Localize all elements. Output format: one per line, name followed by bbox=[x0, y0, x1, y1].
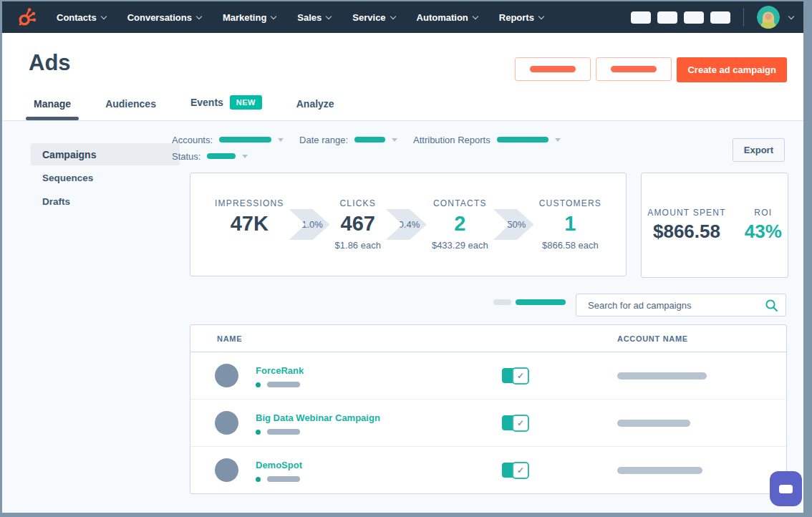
redacted-label-bar bbox=[611, 66, 657, 72]
campaign-name-link[interactable]: Big Data Webinar Campaign bbox=[256, 412, 380, 423]
table-row: Big Data Webinar Campaign bbox=[190, 400, 786, 447]
page-header: Ads Create ad campaign Manage Audiences … bbox=[2, 33, 803, 121]
account-name-redacted bbox=[617, 467, 702, 474]
chat-bubble-icon bbox=[779, 485, 793, 493]
metric-roi: ROI 43% bbox=[745, 208, 782, 243]
table-row: DemoSpot bbox=[190, 447, 786, 493]
page-tabs: Manage Audiences Events NEW Analyze bbox=[34, 95, 334, 120]
page-title: Ads bbox=[29, 50, 71, 76]
legend-pill-gray bbox=[493, 299, 511, 305]
metric-customers: CUSTOMERS 1 $866.58 each bbox=[539, 198, 601, 250]
funnel-arrow-icon: 50% bbox=[493, 209, 534, 240]
campaign-status-toggle[interactable] bbox=[502, 415, 529, 432]
table-header-row: NAME ACCOUNT NAME bbox=[190, 325, 786, 352]
nav-icon-placeholder[interactable] bbox=[710, 11, 730, 24]
search-input[interactable] bbox=[586, 299, 765, 311]
spend-roi-card: AMOUNT SPENT $866.58 ROI 43% bbox=[641, 173, 788, 278]
attribution-value-redacted bbox=[497, 137, 548, 142]
campaign-avatar bbox=[215, 364, 238, 387]
nav-menu: Contacts Conversations Marketing Sales S… bbox=[57, 12, 543, 23]
status-filter-dropdown[interactable]: Status: bbox=[172, 151, 248, 162]
nav-item-conversations[interactable]: Conversations bbox=[127, 12, 201, 23]
chevron-down-icon bbox=[271, 13, 276, 19]
nav-item-contacts[interactable]: Contacts bbox=[57, 12, 106, 23]
nav-icon-placeholder[interactable] bbox=[657, 11, 677, 24]
dropdown-triangle-icon bbox=[242, 155, 248, 158]
nav-item-service[interactable]: Service bbox=[352, 12, 395, 23]
sidebar-item-drafts[interactable]: Drafts bbox=[31, 190, 180, 213]
dropdown-triangle-icon bbox=[278, 138, 284, 142]
status-dot-icon bbox=[256, 477, 261, 482]
chat-widget-button[interactable] bbox=[770, 471, 802, 506]
status-text-redacted bbox=[267, 476, 300, 482]
campaign-name-link[interactable]: ForceRank bbox=[256, 365, 304, 376]
chevron-down-icon bbox=[100, 13, 106, 19]
nav-item-marketing[interactable]: Marketing bbox=[223, 12, 276, 23]
status-dot-icon bbox=[256, 382, 261, 387]
campaign-search bbox=[576, 294, 786, 317]
toggle-check-icon bbox=[512, 415, 529, 432]
metric-amount-spent: AMOUNT SPENT $866.58 bbox=[647, 208, 726, 243]
accounts-filter-value-redacted bbox=[219, 137, 271, 142]
table-row: ForceRank bbox=[190, 352, 786, 400]
tab-manage[interactable]: Manage bbox=[34, 98, 71, 120]
funnel-arrow-icon: 1.0% bbox=[289, 209, 330, 240]
accounts-filter-dropdown[interactable]: Accounts: bbox=[172, 135, 284, 145]
nav-utilities bbox=[631, 6, 793, 29]
sidebar-item-campaigns[interactable]: Campaigns bbox=[31, 143, 180, 165]
campaigns-table: NAME ACCOUNT NAME ForceRank bbox=[190, 324, 787, 494]
metric-clicks: CLICKS 467 $1.86 each bbox=[335, 198, 381, 250]
nav-divider bbox=[743, 8, 744, 26]
user-avatar[interactable] bbox=[757, 6, 780, 29]
secondary-action-button-redacted[interactable] bbox=[596, 57, 672, 81]
tab-audiences[interactable]: Audiences bbox=[105, 98, 156, 120]
campaign-status-toggle[interactable] bbox=[502, 462, 529, 479]
metric-impressions: IMPRESSIONS 47K bbox=[215, 198, 284, 250]
status-text-redacted bbox=[267, 429, 300, 435]
sidebar-item-sequences[interactable]: Sequences bbox=[31, 167, 180, 189]
tab-analyze[interactable]: Analyze bbox=[296, 98, 334, 120]
nav-item-reports[interactable]: Reports bbox=[499, 12, 543, 23]
funnel-metrics-card: IMPRESSIONS 47K 1.0% CLICKS 467 $1.86 ea… bbox=[190, 173, 627, 276]
redacted-label-bar bbox=[530, 66, 576, 72]
filter-bar: Accounts: Date range: Attribution Report… bbox=[172, 134, 561, 162]
table-legend bbox=[493, 299, 566, 305]
secondary-action-button-redacted[interactable] bbox=[515, 57, 591, 81]
status-value-redacted bbox=[207, 153, 236, 159]
chevron-down-icon bbox=[326, 13, 332, 19]
chevron-down-icon bbox=[196, 13, 202, 19]
nav-icon-placeholder[interactable] bbox=[631, 11, 651, 24]
search-icon[interactable] bbox=[765, 299, 778, 312]
status-text-redacted bbox=[267, 382, 300, 387]
legend-pill-teal bbox=[516, 299, 566, 305]
top-navigation: Contacts Conversations Marketing Sales S… bbox=[2, 1, 803, 33]
chevron-down-icon bbox=[473, 13, 478, 19]
account-chevron-down-icon[interactable] bbox=[788, 13, 794, 19]
campaign-status-toggle[interactable] bbox=[502, 367, 529, 385]
dropdown-triangle-icon bbox=[392, 138, 397, 142]
hubspot-logo-icon[interactable] bbox=[14, 4, 39, 30]
sidebar: Campaigns Sequences Drafts bbox=[31, 143, 180, 214]
nav-icon-placeholder[interactable] bbox=[684, 11, 704, 24]
app-window: Contacts Conversations Marketing Sales S… bbox=[2, 1, 803, 513]
active-tab-underline bbox=[26, 117, 79, 120]
tab-events[interactable]: Events NEW bbox=[190, 95, 262, 120]
status-dot-icon bbox=[256, 430, 261, 435]
new-badge: NEW bbox=[230, 95, 262, 110]
date-range-value-redacted bbox=[354, 137, 385, 142]
funnel-arrow-icon: 0.4% bbox=[386, 209, 427, 240]
date-range-filter-dropdown[interactable]: Date range: bbox=[299, 135, 397, 145]
export-button[interactable]: Export bbox=[733, 138, 785, 162]
campaign-name-link[interactable]: DemoSpot bbox=[256, 460, 302, 470]
nav-item-sales[interactable]: Sales bbox=[297, 12, 331, 23]
campaign-avatar bbox=[215, 411, 238, 435]
account-name-redacted bbox=[617, 420, 690, 427]
chevron-down-icon bbox=[390, 13, 395, 19]
attribution-reports-dropdown[interactable]: Attribution Reports bbox=[413, 135, 561, 145]
nav-item-automation[interactable]: Automation bbox=[417, 12, 478, 23]
chevron-down-icon bbox=[538, 13, 544, 19]
column-header-name: NAME bbox=[217, 334, 617, 343]
toggle-check-icon bbox=[512, 462, 529, 479]
dropdown-triangle-icon bbox=[555, 138, 561, 142]
create-ad-campaign-button[interactable]: Create ad campaign bbox=[677, 57, 787, 82]
